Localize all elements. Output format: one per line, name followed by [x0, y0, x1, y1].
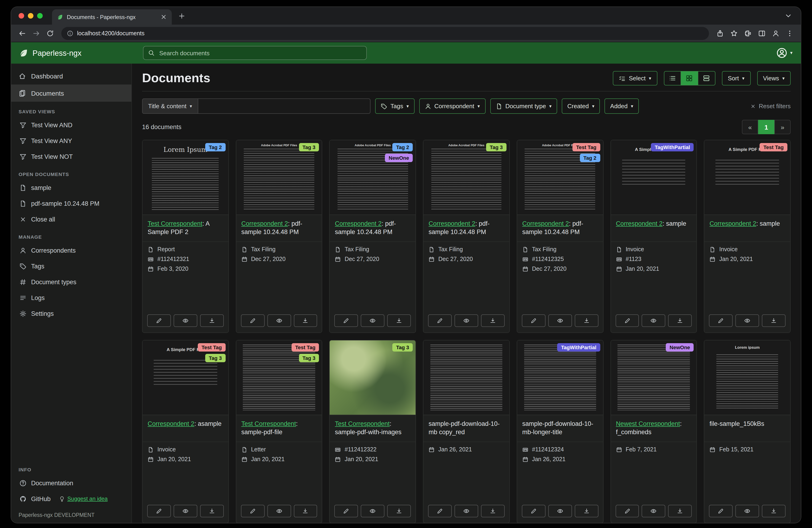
suggest-idea-link[interactable]: Suggest an idea: [59, 496, 108, 502]
browser-menu-button[interactable]: [783, 27, 796, 40]
tag-badge[interactable]: Tag 3: [392, 343, 413, 352]
title-content-input[interactable]: [198, 98, 371, 114]
share-button[interactable]: [714, 27, 727, 40]
close-window-button[interactable]: [18, 13, 24, 18]
reload-button[interactable]: [44, 27, 57, 40]
saved-view-item[interactable]: Test View AND: [11, 117, 131, 133]
correspondent-link[interactable]: Correspondent 2: [148, 420, 194, 427]
edit-button[interactable]: [522, 505, 546, 517]
reset-filters-button[interactable]: Reset filters: [751, 103, 791, 110]
edit-button[interactable]: [615, 505, 639, 517]
pagination-page-1-button[interactable]: 1: [758, 120, 774, 134]
added-filter-button[interactable]: Added: [605, 98, 639, 114]
pagination-next-button[interactable]: »: [774, 120, 791, 134]
preview-button[interactable]: [548, 314, 572, 327]
tag-badge[interactable]: NewOne: [666, 343, 694, 352]
correspondent-link[interactable]: Correspondent 2: [335, 220, 382, 227]
preview-button[interactable]: [361, 314, 385, 327]
tab-close-icon[interactable]: [160, 13, 167, 20]
tag-badge[interactable]: Tag 2: [392, 143, 413, 152]
preview-button[interactable]: [454, 505, 478, 517]
manage-item-logs[interactable]: Logs: [11, 290, 131, 305]
correspondent-link[interactable]: Correspondent 2: [616, 220, 663, 227]
tag-badge[interactable]: Test Tag: [760, 143, 787, 152]
document-thumbnail[interactable]: A Simple PDF File Test TagTag 3: [143, 340, 228, 415]
edit-button[interactable]: [522, 314, 546, 327]
sort-button[interactable]: Sort: [722, 71, 751, 85]
edit-button[interactable]: [241, 505, 264, 517]
download-button[interactable]: [668, 505, 692, 517]
brand[interactable]: Paperless-ngx: [11, 48, 132, 58]
address-bar[interactable]: localhost:4200/documents: [61, 27, 709, 40]
correspondent-link[interactable]: Correspondent 2: [522, 220, 569, 227]
search-input[interactable]: [158, 49, 362, 57]
manage-item-document-types[interactable]: Document types: [11, 274, 131, 290]
created-filter-button[interactable]: Created: [562, 98, 600, 114]
manage-item-tags[interactable]: Tags: [11, 258, 131, 274]
correspondent-link[interactable]: Correspondent 2: [429, 220, 475, 227]
manage-item-correspondents[interactable]: Correspondents: [11, 242, 131, 258]
edit-button[interactable]: [241, 314, 264, 327]
correspondent-link[interactable]: Test Correspondent: [335, 420, 390, 427]
new-tab-button[interactable]: [175, 10, 188, 22]
preview-button[interactable]: [735, 314, 759, 327]
tag-badge[interactable]: Test Tag: [572, 143, 600, 152]
document-thumbnail[interactable]: NewOne: [611, 340, 696, 415]
download-button[interactable]: [200, 314, 224, 327]
edit-button[interactable]: [334, 505, 358, 517]
document-thumbnail[interactable]: TagWithPartial: [517, 340, 603, 415]
tag-badge[interactable]: Tag 2: [205, 143, 226, 152]
preview-button[interactable]: [642, 505, 666, 517]
tag-badge[interactable]: Tag 3: [205, 354, 226, 362]
download-button[interactable]: [481, 505, 505, 517]
pagination-prev-button[interactable]: «: [742, 120, 758, 134]
preview-button[interactable]: [174, 505, 197, 517]
preview-button[interactable]: [548, 505, 572, 517]
side-panel-button[interactable]: [755, 27, 768, 40]
download-button[interactable]: [294, 505, 317, 517]
document-thumbnail[interactable]: A Simple PDF File Test Tag: [705, 140, 790, 215]
tag-badge[interactable]: TagWithPartial: [557, 343, 600, 352]
open-document-item[interactable]: sample: [11, 180, 131, 196]
download-button[interactable]: [387, 505, 411, 517]
tab-search-chevron-icon[interactable]: [784, 12, 793, 20]
tags-filter-button[interactable]: Tags: [375, 98, 414, 114]
download-button[interactable]: [668, 314, 692, 327]
preview-button[interactable]: [267, 505, 291, 517]
preview-button[interactable]: [642, 314, 666, 327]
document-thumbnail[interactable]: Lorem Ipsum Tag 2: [143, 140, 228, 215]
tag-badge[interactable]: Tag 3: [299, 354, 319, 362]
document-thumbnail[interactable]: Lorem ipsum: [705, 340, 790, 415]
tag-badge[interactable]: Test Tag: [198, 343, 226, 352]
correspondent-link[interactable]: Test Correspondent: [241, 420, 296, 427]
preview-button[interactable]: [454, 314, 478, 327]
document-thumbnail[interactable]: A Simple PDF File TagWithPartial: [611, 140, 696, 215]
download-button[interactable]: [294, 314, 317, 327]
document-thumbnail[interactable]: Tag 3: [330, 340, 416, 415]
manage-item-settings[interactable]: Settings: [11, 305, 131, 322]
download-button[interactable]: [762, 505, 785, 517]
tag-badge[interactable]: Test Tag: [292, 343, 319, 352]
forward-button[interactable]: [30, 27, 43, 40]
preview-button[interactable]: [735, 505, 759, 517]
open-document-item[interactable]: pdf-sample 10.24.48 PM: [11, 196, 131, 211]
back-button[interactable]: [16, 27, 29, 40]
tag-badge[interactable]: NewOne: [385, 154, 413, 162]
view-details-button[interactable]: [698, 71, 715, 85]
edit-button[interactable]: [334, 314, 358, 327]
correspondent-filter-button[interactable]: Correspondent: [419, 98, 485, 114]
saved-view-item[interactable]: Test View ANY: [11, 133, 131, 148]
edit-button[interactable]: [709, 314, 733, 327]
preview-button[interactable]: [174, 314, 197, 327]
select-button[interactable]: Select: [613, 71, 657, 85]
zoom-window-button[interactable]: [37, 13, 43, 18]
views-button[interactable]: Views: [757, 71, 791, 85]
browser-tab[interactable]: Documents - Paperless-ngx: [52, 9, 172, 25]
document-thumbnail[interactable]: Adobe Acrobat PDF Files Tag 3: [236, 140, 322, 215]
extensions-button[interactable]: [741, 27, 754, 40]
tag-badge[interactable]: Tag 3: [299, 143, 319, 152]
download-button[interactable]: [387, 314, 411, 327]
tag-badge[interactable]: TagWithPartial: [651, 143, 694, 152]
tag-badge[interactable]: Tag 2: [580, 154, 600, 162]
correspondent-link[interactable]: Test Correspondent: [148, 220, 202, 227]
